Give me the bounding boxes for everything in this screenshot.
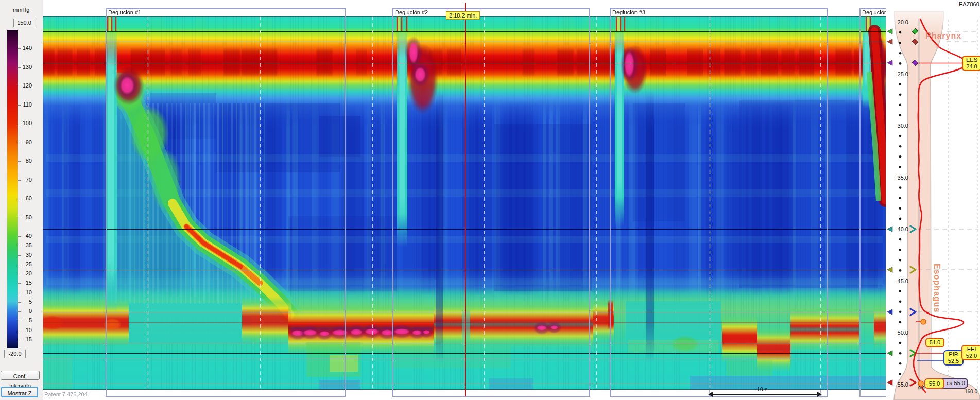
depth-marker-triangle[interactable] bbox=[887, 60, 892, 66]
scale-tick-label: 5 bbox=[15, 299, 32, 305]
esophagus-region-label: Esophagus bbox=[932, 264, 941, 312]
scale-tick-label: 35 bbox=[15, 242, 32, 248]
scale-tick-label: 100 bbox=[15, 120, 32, 126]
ees-annotation[interactable]: EES 24.0 bbox=[962, 56, 980, 71]
sensor-dot bbox=[899, 238, 902, 241]
pir-value: 52.5 bbox=[948, 358, 959, 364]
sensor-dot bbox=[899, 342, 902, 344]
depth-label: 25.0 bbox=[898, 71, 908, 77]
upper-les-annotation[interactable]: 51.0 bbox=[925, 338, 944, 347]
depth-label: 55.0 bbox=[898, 381, 908, 388]
scale-tick-label: -10 bbox=[15, 327, 32, 333]
scale-tick-label: 120 bbox=[15, 82, 32, 89]
conf-intervalo-button[interactable]: Conf. intervalo bbox=[1, 371, 40, 380]
ees-name: EES bbox=[966, 57, 977, 63]
pharynx-region-label: Pharynx bbox=[925, 31, 961, 41]
sensor-dot bbox=[899, 352, 902, 355]
sensor-dot bbox=[899, 362, 902, 365]
sensor-dot bbox=[899, 321, 902, 324]
time-cursor[interactable] bbox=[465, 3, 466, 396]
sensor-dot bbox=[899, 311, 902, 314]
sensor-dot bbox=[899, 207, 902, 210]
pressure-axis-max: 160.0 bbox=[965, 389, 977, 394]
depth-marker-triangle[interactable] bbox=[887, 309, 892, 315]
scale-tick-label: -5 bbox=[15, 317, 32, 323]
scale-tick-label: -15 bbox=[15, 336, 32, 342]
pir-annotation[interactable]: PIR 52.5 bbox=[943, 350, 964, 366]
scale-tick-label: 110 bbox=[15, 101, 32, 108]
grid-stub bbox=[820, 390, 821, 397]
sensor-dot bbox=[899, 269, 902, 272]
swallow-label: Deglución #1 bbox=[108, 9, 141, 15]
grid-stub bbox=[709, 390, 710, 397]
ees-value: 24.0 bbox=[966, 63, 977, 69]
eei-name: EEI bbox=[967, 346, 976, 352]
sensor-dot bbox=[899, 290, 902, 292]
depth-label: 30.0 bbox=[898, 123, 908, 129]
pir-name: PIR bbox=[949, 351, 958, 357]
depth-label: 20.0 bbox=[898, 19, 908, 25]
scale-min-box[interactable]: -20.0 bbox=[4, 350, 26, 358]
pressure-scale-panel: mmHg 150.0 14013012011010090807060504035… bbox=[0, 0, 43, 400]
scale-tick-label: 80 bbox=[15, 158, 32, 164]
eei-value: 52.0 bbox=[966, 353, 977, 359]
les-point-marker[interactable] bbox=[921, 319, 926, 324]
patent-label: Patent 7,476,204 bbox=[44, 391, 88, 397]
scale-tick-label: 25 bbox=[15, 261, 32, 267]
scale-tick-label: 15 bbox=[15, 280, 32, 286]
sensor-dot bbox=[899, 135, 902, 137]
swallow-label: Deglución #2 bbox=[395, 9, 428, 15]
upper-les-value: 51.0 bbox=[930, 339, 940, 345]
sensor-dot bbox=[899, 155, 902, 158]
sensor-dot bbox=[899, 218, 902, 220]
scale-tick-label: 0 bbox=[15, 308, 32, 314]
depth-label: 50.0 bbox=[898, 329, 908, 336]
time-cursor-tooltip: 2:18.2 min. bbox=[446, 11, 480, 20]
scale-tick-label: 50 bbox=[15, 214, 32, 220]
ca-value: ca 55.0 bbox=[947, 380, 965, 386]
sensor-dot bbox=[899, 373, 902, 375]
sensor-dot bbox=[899, 114, 902, 117]
sensor-dot bbox=[899, 104, 902, 107]
timescale-right-arrow-icon bbox=[817, 392, 822, 397]
distal-value: 55.0 bbox=[929, 380, 940, 387]
scale-tick-label: 20 bbox=[15, 270, 32, 276]
eei-annotation[interactable]: EEI 52.0 bbox=[961, 345, 980, 360]
sensor-dot bbox=[899, 186, 902, 189]
depth-marker-triangle[interactable] bbox=[887, 380, 892, 386]
depth-marker-triangle[interactable] bbox=[887, 351, 892, 356]
sensor-dot bbox=[899, 300, 902, 303]
mostrar-z-button[interactable]: Mostrar Z bbox=[1, 387, 38, 397]
scale-tick-label: 130 bbox=[15, 64, 32, 70]
study-id-label: EAZ860 bbox=[959, 1, 979, 7]
scale-tick-label: 30 bbox=[15, 252, 32, 258]
timescale-left-arrow-icon bbox=[708, 392, 713, 397]
scale-tick-label: 60 bbox=[15, 195, 32, 201]
timescale-bar bbox=[710, 394, 819, 395]
pressure-unit-label: mmHg bbox=[13, 7, 29, 13]
swallow-label: Deglución #3 bbox=[612, 9, 645, 15]
sensor-dot bbox=[899, 93, 902, 96]
depth-label: 35.0 bbox=[898, 175, 908, 181]
sensor-dot bbox=[899, 197, 902, 199]
sensor-dot bbox=[899, 31, 902, 34]
depth-label: 45.0 bbox=[898, 278, 908, 284]
sensor-dot bbox=[899, 249, 902, 251]
scale-tick-label: 90 bbox=[15, 139, 32, 145]
depth-marker-triangle[interactable] bbox=[887, 39, 892, 45]
depth-marker-triangle[interactable] bbox=[887, 267, 892, 273]
sensor-dot bbox=[899, 145, 902, 148]
scale-tick-label: 40 bbox=[15, 233, 32, 239]
scale-tick-label: 140 bbox=[15, 45, 32, 51]
sensor-dot bbox=[899, 166, 902, 168]
sensor-dot bbox=[899, 52, 902, 55]
scale-tick-label: 70 bbox=[15, 177, 32, 183]
pressure-axis-min: 0.0 bbox=[918, 385, 925, 390]
swallow-label: Deglución bbox=[862, 9, 886, 15]
depth-label: 40.0 bbox=[898, 226, 908, 232]
distal-annotation[interactable]: 55.0 bbox=[924, 378, 944, 389]
sensor-dot bbox=[899, 42, 902, 44]
depth-marker-triangle[interactable] bbox=[887, 227, 892, 232]
scale-tick-label: 10 bbox=[15, 289, 32, 295]
scale-max-box[interactable]: 150.0 bbox=[13, 19, 35, 27]
